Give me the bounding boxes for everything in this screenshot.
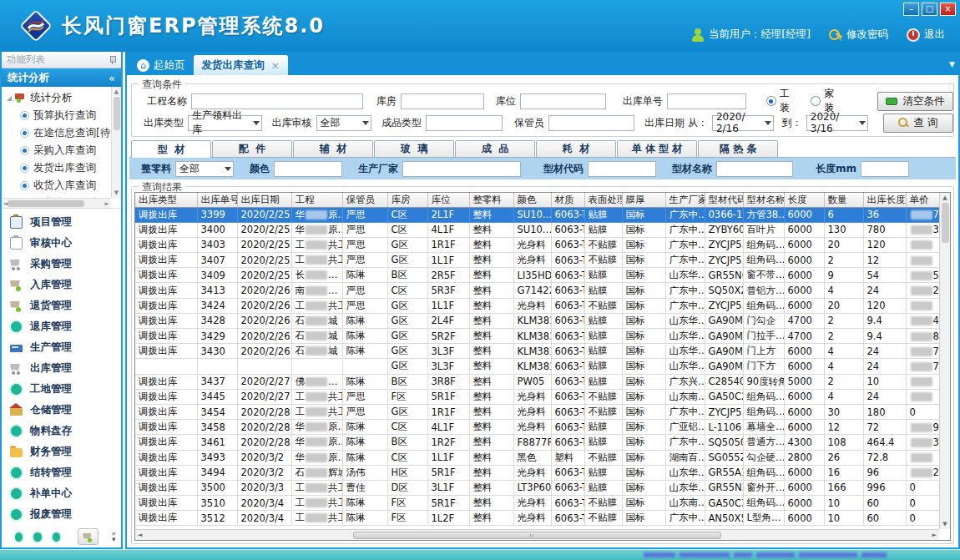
tab-shipping-outbound-query[interactable]: 发货出库查询 × [194, 55, 288, 75]
table-row[interactable]: 调拨出库34292020/2/26石城陈琳G区5R2F整料KLM38176063… [135, 329, 951, 344]
sidebar-item-clipboard2[interactable]: 审核中心 [10, 234, 121, 252]
sidebar-group-header[interactable]: 统计分析« [2, 68, 121, 87]
audit-select[interactable]: 全部 [316, 115, 372, 131]
material-tab[interactable]: 成 品 [455, 140, 535, 157]
sidebar-item-circle[interactable]: 补单中心 [10, 484, 121, 502]
table-row[interactable]: 调拨出库34282020/2/26石城陈琳G区2L4F整料KLM38176063… [135, 313, 951, 328]
column-header[interactable]: 保管员 [342, 193, 387, 207]
table-row[interactable]: 调拨出库34612020/2/28华原…陈琳B区1R2F整料F8877FT606… [135, 435, 951, 450]
product-type-input[interactable] [426, 115, 503, 131]
warehouse-input[interactable] [401, 93, 484, 109]
material-tab[interactable]: 玻 璃 [374, 140, 454, 157]
column-header[interactable]: 库位 [427, 193, 469, 207]
tab-home[interactable]: ⌂ 起始页 [129, 55, 194, 75]
sidebar-item-cartg[interactable]: 退货管理 [10, 296, 121, 315]
table-row[interactable]: 调拨出库34942020/3/2石辉城汤伟H区5R1F整料光身料6063-T5贴… [135, 465, 951, 480]
table-row[interactable]: 调拨出库35002020/3/3工共工程曹佳D区3L1F整料LT3P606063… [135, 480, 951, 495]
table-row[interactable]: 调拨出库34932020/3/2华原…陈琳C区1L1F整料黑色塑料不贴膜国标湖南… [135, 450, 951, 465]
tab-close-icon[interactable]: × [271, 59, 280, 72]
material-tab[interactable]: 辅 材 [293, 140, 373, 157]
clear-conditions-button[interactable]: 清空条件 [877, 92, 953, 111]
date-to-select[interactable]: 2020/ 3/16 [806, 115, 868, 131]
tree-root[interactable]: ◢ 统计分析 [7, 88, 111, 107]
module-dot-icon[interactable] [33, 532, 41, 542]
sidebar-item-circle[interactable]: 工地管理 [10, 380, 121, 398]
search-button[interactable]: 查 询 [883, 114, 953, 133]
project-name-input[interactable] [191, 93, 363, 109]
material-tab[interactable]: 配 件 [212, 140, 292, 157]
column-header[interactable]: 出库长度 [863, 193, 906, 207]
column-header[interactable]: 长度 [784, 193, 824, 207]
table-row[interactable]: 调拨出库34542020/2/28工共工程严思G区1R1F整料光身料6063-T… [135, 404, 951, 419]
order-no-input[interactable] [667, 93, 746, 109]
sidebar-item-clipboard[interactable]: 项目管理 [10, 213, 121, 231]
table-row[interactable]: G区3L3F整料KLM38176063-T5贴膜国标山东华…GA90M09.门下… [135, 359, 951, 374]
table-row[interactable]: 调拨出库34582020/2/28华原…陈琳C区4L1F整料光身料6063-T5… [135, 420, 951, 435]
material-tab[interactable]: 单 体 型 材 [617, 140, 697, 157]
table-row[interactable]: 调拨出库34032020/2/25工共工程严思G区1R1F整料光身料6063-T… [135, 237, 951, 252]
tree-item[interactable]: 在途信息查询[待 [7, 124, 111, 142]
sidebar-item-machine[interactable]: 生产管理 [10, 338, 121, 356]
material-tab[interactable]: 型 材 [131, 140, 211, 158]
table-row[interactable]: 调拨出库34302020/2/26石城陈琳G区3L3F整料KLM38176063… [135, 344, 951, 359]
minimize-button[interactable]: – [903, 3, 919, 16]
pin-icon[interactable] [109, 56, 116, 64]
sidebar-item-circle[interactable]: 物料盘存 [10, 421, 121, 440]
column-header[interactable]: 库房 [387, 193, 427, 207]
sidebar-item-cart[interactable]: 出库管理 [10, 359, 121, 377]
tree-item[interactable]: 收货入库查询 [7, 177, 111, 194]
tree-item[interactable]: 采购入库查询 [7, 142, 111, 159]
sidebar-item-cart[interactable]: 采购管理 [10, 255, 121, 273]
column-header[interactable]: 型材名称 [743, 193, 784, 207]
column-header[interactable]: 出库单号 [197, 193, 237, 207]
tab-overflow-icon[interactable]: ▼ [949, 60, 955, 68]
table-row[interactable]: 调拨出库34372020/2/27佛…陈琳B区3R8F整料PW056063-T5… [135, 374, 951, 389]
tree-vertical-scrollbar[interactable]: ▲▼ [111, 87, 121, 198]
material-tab[interactable]: 隔 热 条 [698, 140, 778, 157]
column-header[interactable]: 型材代码 [705, 193, 743, 207]
tree-item[interactable]: 发货出库查询 [7, 159, 111, 177]
column-header[interactable]: 整零料 [469, 193, 513, 207]
column-header[interactable]: 出库日期 [237, 193, 291, 207]
change-password-button[interactable]: 修改密码 [829, 28, 888, 42]
table-row[interactable]: 调拨出库34132020/2/26南…严思C区5R3F整料G714226063-… [135, 283, 951, 298]
sidebar-item-cartg[interactable]: 入库管理 [10, 275, 121, 294]
column-header[interactable]: 工程 [291, 193, 342, 207]
outbound-type-select[interactable]: 生产领料出库 [188, 115, 262, 131]
column-header[interactable]: 生产厂家 [665, 193, 705, 207]
table-row[interactable]: 调拨出库35122020/3/4工共工程陈琳F区1L2F整料光身料6063-T5… [135, 511, 951, 526]
table-row[interactable]: 调拨出库33992020/2/25华原…严思C区2L1F整料SU10…6063-… [135, 207, 951, 222]
module-dot-icon[interactable] [53, 532, 60, 542]
color-input[interactable] [274, 161, 342, 177]
profile-code-input[interactable] [588, 161, 656, 177]
column-header[interactable]: 膜厚 [622, 193, 665, 207]
cart-module-button[interactable] [78, 528, 99, 545]
table-vertical-scrollbar[interactable]: ▲▼ [939, 193, 950, 529]
tree-item[interactable]: 预算执行查询 [7, 107, 111, 124]
sidebar-item-folder[interactable]: 财务管理 [10, 442, 121, 461]
module-dot-icon[interactable] [15, 532, 23, 542]
column-header[interactable]: 出库类型 [135, 193, 197, 207]
radio-industrial[interactable]: 工装 [766, 87, 800, 115]
collapse-icon[interactable]: « [109, 72, 115, 84]
material-tab[interactable]: 耗 材 [536, 140, 616, 157]
table-row[interactable]: 调拨出库34452020/2/27工共工程严思F区5R1F整料光身料6063-T… [135, 389, 951, 404]
sidebar-item-home[interactable]: 仓储管理 [10, 401, 121, 419]
table-row[interactable]: 调拨出库34072020/2/25工共工程严思G区1L1F整料光身料6063-T… [135, 253, 951, 268]
column-header[interactable]: 材质 [551, 193, 584, 207]
table-horizontal-scrollbar[interactable]: ◄► [135, 529, 939, 540]
maximize-button[interactable]: □ [922, 3, 937, 16]
table-row[interactable]: 调拨出库35102020/3/4工共工程陈琳F区5R1F整料光身料6063-T5… [135, 496, 951, 511]
logout-button[interactable]: 退出 [907, 28, 945, 42]
keeper-input[interactable] [548, 115, 634, 131]
sidebar-item-circle[interactable]: 退库管理 [10, 317, 121, 335]
table-row[interactable]: 调拨出库34242020/2/26工共工程严思G区1L1F整料光身料6063-T… [135, 298, 951, 313]
sidebar-item-circle[interactable]: 结转管理 [10, 463, 121, 482]
table-row[interactable]: 调拨出库34092020/2/25长…陈琳B区2R5F整料LI35HD6063-… [135, 268, 951, 283]
location-input[interactable] [520, 93, 606, 109]
sidebar-item-circle[interactable]: 报废管理 [10, 505, 121, 523]
column-header[interactable]: 颜色 [513, 193, 551, 207]
column-header[interactable]: 表面处理 [584, 193, 622, 207]
sidebar-overflow-button[interactable]: »▾ [111, 531, 116, 542]
close-button[interactable]: × [940, 3, 956, 16]
